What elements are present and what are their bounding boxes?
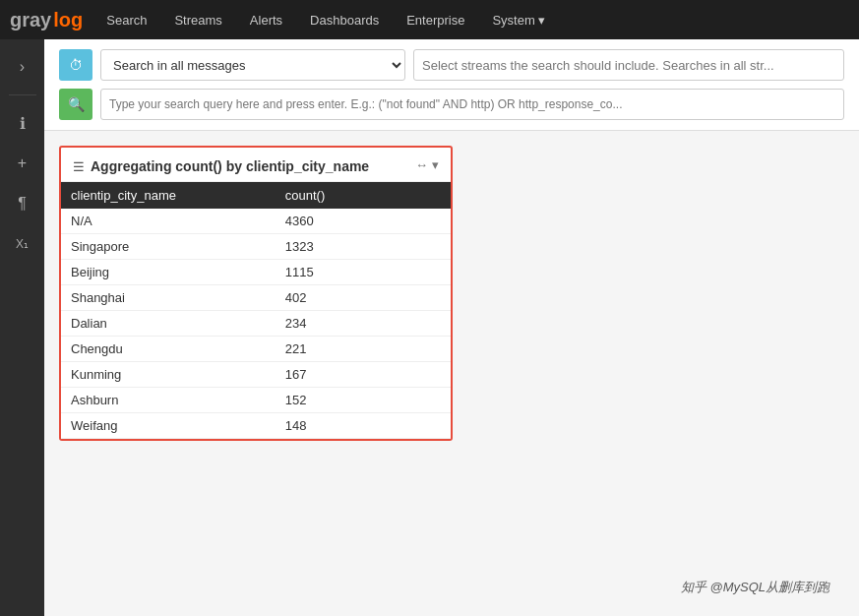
cell-count: 1323 <box>276 234 451 260</box>
streams-input[interactable] <box>413 49 844 81</box>
query-input[interactable] <box>100 89 844 120</box>
time-range-button[interactable]: ⏱ <box>59 49 92 81</box>
sidebar-subscript-icon[interactable]: X₁ <box>5 226 40 262</box>
sidebar-paragraph-icon[interactable]: ¶ <box>5 186 40 221</box>
cell-city: Ashburn <box>61 388 276 413</box>
cell-city: Shanghai <box>61 285 276 311</box>
sidebar-info-icon[interactable]: ℹ <box>5 105 40 141</box>
table-row[interactable]: Singapore1323 <box>61 234 451 260</box>
table-row[interactable]: Kunming167 <box>61 362 451 388</box>
brand-logo: graylog <box>10 9 83 31</box>
cell-count: 234 <box>276 311 451 337</box>
time-range-select[interactable]: Search in all messages <box>100 49 405 81</box>
cell-city: Chengdu <box>61 337 276 362</box>
table-row[interactable]: N/A4360 <box>61 209 451 234</box>
sidebar-add-icon[interactable]: + <box>5 146 40 181</box>
table-row[interactable]: Dalian234 <box>61 311 451 337</box>
table-row[interactable]: Shanghai402 <box>61 285 451 311</box>
sidebar-divider-1 <box>9 94 36 95</box>
cell-count: 167 <box>276 362 451 388</box>
search-button[interactable]: 🔍 <box>59 89 92 120</box>
cell-city: Dalian <box>61 311 276 337</box>
table-row[interactable]: Weifang148 <box>61 413 451 439</box>
cell-city: N/A <box>61 209 276 234</box>
table-row[interactable]: Beijing1115 <box>61 260 451 285</box>
cell-count: 4360 <box>276 209 451 234</box>
layout: › ℹ + ¶ X₁ ⏱ Search in all messages 🔍 <box>0 39 859 616</box>
table-header-row: clientip_city_name count() <box>61 182 451 209</box>
widget-chevron-icon[interactable]: ▾ <box>432 157 439 172</box>
main-content: ⏱ Search in all messages 🔍 ☰ Aggregating… <box>44 39 859 616</box>
nav-system[interactable]: System ▾ <box>488 13 549 28</box>
brand-gray: gray <box>10 9 51 31</box>
nav-streams[interactable]: Streams <box>170 13 225 28</box>
table-row[interactable]: Ashburn152 <box>61 388 451 413</box>
widget-header: ☰ Aggregating count() by clientip_city_n… <box>61 148 451 182</box>
cell-count: 221 <box>276 337 451 362</box>
search-row-1: ⏱ Search in all messages <box>59 49 844 81</box>
widget-title-area: ☰ Aggregating count() by clientip_city_n… <box>73 157 369 175</box>
sidebar-collapse-icon[interactable]: › <box>5 49 40 85</box>
watermark: 知乎 @MySQL从删库到跑 <box>681 579 829 596</box>
cell-count: 402 <box>276 285 451 311</box>
widget-menu-icon[interactable]: ☰ <box>73 159 85 174</box>
widget-title: Aggregating count() by clientip_city_nam… <box>91 157 369 175</box>
data-table: clientip_city_name count() N/A4360Singap… <box>61 182 451 439</box>
cell-count: 152 <box>276 388 451 413</box>
cell-count: 148 <box>276 413 451 439</box>
nav-search[interactable]: Search <box>102 13 151 28</box>
col-header-count: count() <box>276 182 451 209</box>
table-head: clientip_city_name count() <box>61 182 451 209</box>
cell-city: Weifang <box>61 413 276 439</box>
col-header-city: clientip_city_name <box>61 182 276 209</box>
sidebar: › ℹ + ¶ X₁ <box>0 39 44 616</box>
widget-resize-icon[interactable]: ↔ <box>415 157 428 172</box>
widget-panel: ☰ Aggregating count() by clientip_city_n… <box>59 146 453 441</box>
search-area: ⏱ Search in all messages 🔍 <box>44 39 859 131</box>
nav-alerts[interactable]: Alerts <box>246 13 286 28</box>
widget-actions: ↔ ▾ <box>415 157 439 172</box>
cell-count: 1115 <box>276 260 451 285</box>
cell-city: Beijing <box>61 260 276 285</box>
brand-log: log <box>53 9 83 31</box>
table-body: N/A4360Singapore1323Beijing1115Shanghai4… <box>61 209 451 439</box>
navbar: graylog Search Streams Alerts Dashboards… <box>0 0 859 39</box>
nav-dashboards[interactable]: Dashboards <box>306 13 383 28</box>
table-row[interactable]: Chengdu221 <box>61 337 451 362</box>
cell-city: Kunming <box>61 362 276 388</box>
content-area: ☰ Aggregating count() by clientip_city_n… <box>44 131 859 616</box>
widget-body: clientip_city_name count() N/A4360Singap… <box>61 182 451 439</box>
search-row-2: 🔍 <box>59 89 844 120</box>
nav-enterprise[interactable]: Enterprise <box>402 13 468 28</box>
table-wrapper[interactable]: clientip_city_name count() N/A4360Singap… <box>61 182 451 439</box>
cell-city: Singapore <box>61 234 276 260</box>
